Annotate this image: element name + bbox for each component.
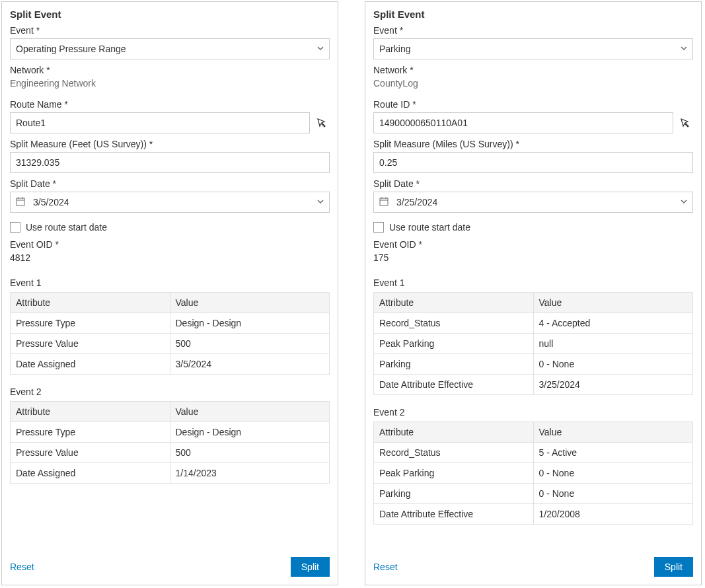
event1-title: Event 1 (373, 277, 693, 288)
attr-cell: Date Attribute Effective (374, 375, 534, 395)
attr-cell: Pressure Value (11, 334, 170, 354)
table-row: Pressure TypeDesign - Design (11, 313, 330, 334)
event2-title: Event 2 (373, 407, 693, 418)
event-oid-value: 175 (373, 252, 693, 263)
event1-table: Attribute Value Record_Status4 - Accepte… (373, 292, 693, 395)
col-value: Value (533, 293, 693, 313)
event-oid-value: 4812 (10, 252, 330, 263)
col-attribute: Attribute (11, 293, 170, 313)
panel-title: Split Event (10, 9, 330, 20)
value-cell[interactable]: 1/14/2023 (170, 463, 330, 484)
split-date-input[interactable] (10, 192, 330, 213)
attr-cell: Date Assigned (11, 463, 170, 484)
attr-cell: Peak Parking (374, 334, 534, 354)
split-event-panel-right: Split Event Event * Network * CountyLog … (365, 1, 702, 585)
attr-cell: Pressure Value (11, 443, 170, 463)
split-measure-input[interactable] (10, 152, 330, 173)
split-button[interactable]: Split (291, 557, 330, 577)
table-row: Peak Parkingnull (374, 334, 693, 354)
event-select[interactable] (10, 38, 330, 59)
col-attribute: Attribute (374, 293, 534, 313)
split-date-input[interactable] (373, 192, 693, 213)
attr-cell: Parking (374, 484, 534, 504)
route-label: Route ID * (373, 99, 693, 110)
split-date-label: Split Date * (10, 178, 330, 189)
event2-title: Event 2 (10, 386, 330, 397)
value-cell[interactable]: 0 - None (533, 484, 693, 504)
attr-cell: Record_Status (374, 313, 534, 334)
col-attribute: Attribute (374, 422, 534, 443)
attr-cell: Date Attribute Effective (374, 504, 534, 525)
attr-cell: Parking (374, 354, 534, 375)
route-input[interactable] (10, 112, 310, 133)
route-label: Route Name * (10, 99, 330, 110)
split-date-label: Split Date * (373, 178, 693, 189)
col-value: Value (170, 293, 330, 313)
col-attribute: Attribute (11, 402, 170, 422)
attr-cell: Record_Status (374, 443, 534, 463)
reset-button[interactable]: Reset (10, 562, 34, 572)
event-select[interactable] (373, 38, 693, 59)
network-value: CountyLog (373, 78, 693, 89)
value-cell[interactable]: 0 - None (533, 463, 693, 484)
value-cell[interactable]: null (533, 334, 693, 354)
attr-cell: Peak Parking (374, 463, 534, 484)
event-label: Event * (373, 25, 693, 36)
table-row: Date Assigned1/14/2023 (11, 463, 330, 484)
event1-table: Attribute Value Pressure TypeDesign - De… (10, 292, 330, 375)
table-row: Date Attribute Effective3/25/2024 (374, 375, 693, 395)
value-cell[interactable]: 500 (170, 334, 330, 354)
map-pick-cursor-icon[interactable] (677, 112, 693, 133)
table-row: Pressure Value500 (11, 334, 330, 354)
split-measure-input[interactable] (373, 152, 693, 173)
reset-button[interactable]: Reset (373, 562, 398, 572)
panel-title: Split Event (373, 9, 693, 20)
table-row: Parking0 - None (374, 484, 693, 504)
value-cell[interactable]: 5 - Active (533, 443, 693, 463)
value-cell[interactable]: 4 - Accepted (533, 313, 693, 334)
col-value: Value (170, 402, 330, 422)
map-pick-cursor-icon[interactable] (314, 112, 330, 133)
use-route-start-date-checkbox[interactable] (10, 222, 20, 233)
split-button[interactable]: Split (654, 557, 693, 577)
value-cell[interactable]: 3/25/2024 (533, 375, 693, 395)
event-oid-label: Event OID * (10, 239, 330, 250)
attr-cell: Pressure Type (11, 313, 170, 334)
table-row: Peak Parking0 - None (374, 463, 693, 484)
network-value: Engineering Network (10, 78, 330, 89)
attr-cell: Pressure Type (11, 422, 170, 443)
col-value: Value (533, 422, 693, 443)
network-label: Network * (10, 65, 330, 75)
event1-title: Event 1 (10, 277, 330, 288)
split-measure-label: Split Measure (Feet (US Survey)) * (10, 139, 330, 149)
value-cell[interactable]: 1/20/2008 (533, 504, 693, 525)
attr-cell: Date Assigned (11, 354, 170, 375)
use-route-start-date-checkbox[interactable] (373, 222, 384, 233)
event-label: Event * (10, 25, 330, 36)
split-measure-label: Split Measure (Miles (US Survey)) * (373, 139, 693, 149)
value-cell[interactable]: Design - Design (170, 313, 330, 334)
table-row: Record_Status4 - Accepted (374, 313, 693, 334)
value-cell[interactable]: 3/5/2024 (170, 354, 330, 375)
event2-table: Attribute Value Pressure TypeDesign - De… (10, 401, 330, 484)
event2-table: Attribute Value Record_Status5 - ActiveP… (373, 422, 693, 525)
table-row: Date Assigned3/5/2024 (11, 354, 330, 375)
use-route-start-date-label: Use route start date (389, 222, 470, 233)
value-cell[interactable]: 0 - None (533, 354, 693, 375)
value-cell[interactable]: 500 (170, 443, 330, 463)
table-row: Pressure Value500 (11, 443, 330, 463)
event-oid-label: Event OID * (373, 239, 693, 250)
route-input[interactable] (373, 112, 673, 133)
network-label: Network * (373, 65, 693, 75)
split-event-panel-left: Split Event Event * Network * Engineerin… (1, 1, 338, 585)
use-route-start-date-label: Use route start date (26, 222, 107, 233)
table-row: Parking0 - None (374, 354, 693, 375)
value-cell[interactable]: Design - Design (170, 422, 330, 443)
table-row: Date Attribute Effective1/20/2008 (374, 504, 693, 525)
table-row: Record_Status5 - Active (374, 443, 693, 463)
table-row: Pressure TypeDesign - Design (11, 422, 330, 443)
